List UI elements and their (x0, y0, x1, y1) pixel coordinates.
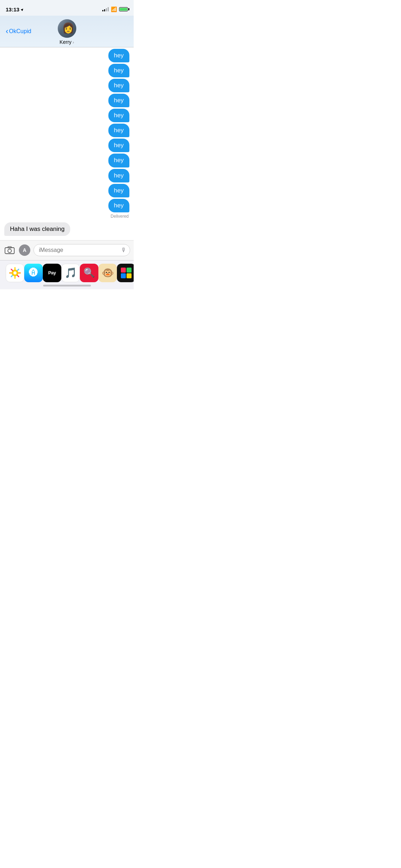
bubble-text: hey (108, 64, 129, 77)
bubble-text: hey (108, 139, 129, 152)
svg-rect-13 (127, 268, 132, 273)
location-arrow-icon: ▲ (20, 6, 26, 12)
back-label: OkCupid (9, 28, 31, 35)
dock-item-multicolor[interactable] (117, 264, 134, 282)
multicolor-icon (120, 267, 132, 279)
svg-line-8 (11, 269, 13, 270)
message-bubble: hey (0, 124, 129, 137)
bubble-text: hey (108, 49, 129, 62)
message-bubble: hey (0, 94, 129, 107)
svg-line-10 (17, 269, 19, 270)
dock-item-appstore[interactable]: 🅐 (24, 264, 43, 282)
appstore-dock-icon: 🅐 (29, 267, 38, 278)
received-message-bubble: Haha I was cleaning (4, 222, 134, 236)
nav-bar: ‹ OkCupid Kerry › (0, 16, 134, 47)
message-bubble: hey (0, 169, 129, 182)
camera-button[interactable] (4, 244, 16, 256)
status-time: 13:13 (6, 6, 19, 12)
wifi-icon: 📶 (111, 6, 117, 12)
avatar[interactable] (58, 19, 76, 38)
message-bubble: hey (0, 139, 129, 152)
signal-icon (102, 7, 109, 11)
music-icon: 🎵 (65, 267, 77, 279)
app-store-small-button[interactable]: A (19, 244, 31, 256)
message-bubble: hey (0, 109, 129, 122)
dock-item-photos[interactable] (6, 264, 24, 282)
bubble-text: hey (108, 184, 129, 197)
message-bubble: hey (0, 199, 129, 212)
svg-rect-2 (8, 247, 11, 248)
applepay-icon: Pay (48, 270, 56, 275)
qr-search-icon: 🔍 (83, 267, 95, 278)
svg-line-9 (17, 275, 19, 277)
received-bubble-text: Haha I was cleaning (4, 222, 70, 236)
svg-point-3 (12, 270, 17, 275)
monkey-icon: 🐵 (102, 267, 114, 279)
appstore-small-icon: A (19, 244, 30, 256)
dock-item-applepay[interactable]: Pay (43, 264, 61, 282)
messages-area[interactable]: heyheyheyheyheyheyheyheyheyheyheyheyheyh… (0, 47, 134, 240)
bubble-text: hey (108, 79, 129, 92)
bubble-text: hey (108, 169, 129, 182)
bubble-text: hey (108, 94, 129, 107)
bubble-text: hey (108, 109, 129, 122)
microphone-icon[interactable]: 🎙 (121, 247, 127, 253)
bubble-text: hey (108, 124, 129, 137)
contact-chevron-icon: › (73, 40, 74, 45)
bubble-text: hey (108, 199, 129, 212)
message-input-wrapper: 🎙 (34, 244, 130, 256)
avatar-photo (58, 19, 76, 38)
contact-name: Kerry (60, 39, 71, 45)
svg-rect-12 (121, 268, 126, 273)
camera-icon (5, 246, 15, 254)
battery-icon (119, 7, 128, 11)
back-button[interactable]: ‹ OkCupid (6, 27, 31, 36)
message-bubble: hey (0, 64, 129, 77)
svg-line-11 (11, 275, 13, 277)
photos-icon (9, 267, 21, 279)
home-indicator (43, 285, 91, 286)
message-bubble: hey (0, 79, 129, 92)
dock-item-monkey[interactable]: 🐵 (98, 264, 117, 282)
message-bubble: hey (0, 154, 129, 167)
svg-rect-15 (127, 273, 132, 278)
status-icons: 📶 (102, 6, 128, 12)
bubble-text: hey (108, 154, 129, 167)
delivered-label: Delivered (0, 214, 129, 219)
input-bar: A 🎙 (0, 240, 134, 260)
dock-item-qr[interactable]: 🔍 (80, 264, 98, 282)
status-bar: 13:13 ▲ 📶 (0, 0, 134, 16)
message-bubble: hey (0, 184, 129, 197)
svg-rect-14 (121, 273, 126, 278)
message-bubble: hey (0, 49, 129, 62)
back-chevron-icon: ‹ (6, 27, 8, 36)
contact-name-row[interactable]: Kerry › (60, 39, 74, 45)
dock-item-music[interactable]: 🎵 (61, 264, 80, 282)
svg-point-1 (8, 249, 11, 253)
message-input[interactable] (34, 244, 130, 256)
